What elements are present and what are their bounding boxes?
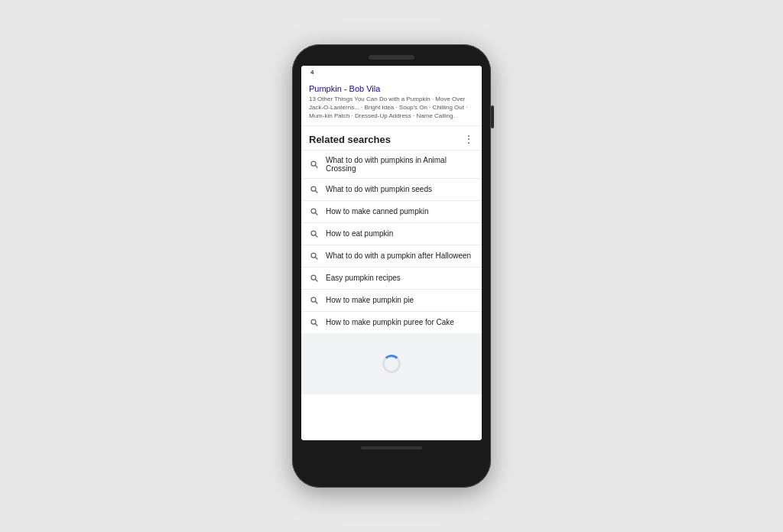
svg-line-13 bbox=[316, 301, 318, 303]
svg-line-1 bbox=[316, 165, 318, 167]
svg-line-11 bbox=[316, 279, 318, 281]
more-options-icon[interactable]: ⋮ bbox=[463, 134, 474, 144]
search-icon bbox=[309, 317, 320, 328]
related-item[interactable]: How to make pumpkin pie bbox=[301, 289, 482, 311]
svg-line-5 bbox=[316, 212, 318, 215]
phone-frame: 4 Pumpkin - Bob Vila 13 Other Things You… bbox=[292, 44, 491, 488]
result-card: Pumpkin - Bob Vila 13 Other Things You C… bbox=[301, 78, 482, 126]
related-item-text: How to make pumpkin puree for Cake bbox=[326, 318, 454, 326]
related-item[interactable]: What to do with pumpkin seeds bbox=[301, 178, 482, 200]
related-item-text: What to do with a pumpkin after Hallowee… bbox=[326, 251, 471, 260]
related-items-list: What to do with pumpkins in Animal Cross… bbox=[301, 150, 482, 333]
related-header: Related searches ⋮ bbox=[301, 126, 482, 150]
related-searches-section: Related searches ⋮ What to do with pumpk… bbox=[301, 126, 482, 333]
search-icon bbox=[309, 251, 320, 261]
search-icon bbox=[309, 229, 320, 239]
related-item[interactable]: How to make canned pumpkin bbox=[301, 200, 482, 222]
status-bar: 4 bbox=[301, 66, 482, 78]
related-item-text: How to make pumpkin pie bbox=[326, 296, 414, 304]
related-item[interactable]: What to do with a pumpkin after Hallowee… bbox=[301, 245, 482, 267]
search-icon bbox=[309, 295, 320, 306]
volume-button bbox=[491, 105, 494, 128]
related-item[interactable]: Easy pumpkin recipes bbox=[301, 267, 482, 289]
svg-line-3 bbox=[316, 190, 318, 193]
status-number: 4 bbox=[310, 69, 314, 76]
related-item-text: Easy pumpkin recipes bbox=[326, 274, 401, 282]
svg-line-9 bbox=[316, 257, 318, 259]
related-item-text: What to do with pumpkins in Animal Cross… bbox=[326, 156, 474, 173]
loading-area bbox=[301, 333, 482, 394]
loading-spinner bbox=[382, 355, 401, 373]
related-item[interactable]: How to eat pumpkin bbox=[301, 222, 482, 245]
svg-line-7 bbox=[316, 235, 318, 237]
related-item-text: How to make canned pumpkin bbox=[326, 207, 429, 216]
related-item[interactable]: What to do with pumpkins in Animal Cross… bbox=[301, 150, 482, 178]
related-item[interactable]: How to make pumpkin puree for Cake bbox=[301, 311, 482, 333]
search-icon bbox=[309, 159, 320, 170]
result-title[interactable]: Pumpkin - Bob Vila bbox=[309, 84, 474, 93]
search-icon bbox=[309, 206, 320, 217]
phone-speaker bbox=[369, 55, 414, 60]
svg-line-15 bbox=[316, 323, 318, 326]
search-icon bbox=[309, 184, 320, 195]
scroll-content[interactable]: Pumpkin - Bob Vila 13 Other Things You C… bbox=[301, 78, 482, 440]
search-icon bbox=[309, 273, 320, 284]
phone-screen: 4 Pumpkin - Bob Vila 13 Other Things You… bbox=[301, 66, 482, 440]
related-item-text: How to eat pumpkin bbox=[326, 229, 393, 238]
related-item-text: What to do with pumpkin seeds bbox=[326, 185, 432, 193]
phone-home-bar[interactable] bbox=[361, 446, 422, 449]
related-searches-title: Related searches bbox=[309, 134, 391, 145]
result-snippet: 13 Other Things You Can Do with a Pumpki… bbox=[309, 95, 474, 121]
